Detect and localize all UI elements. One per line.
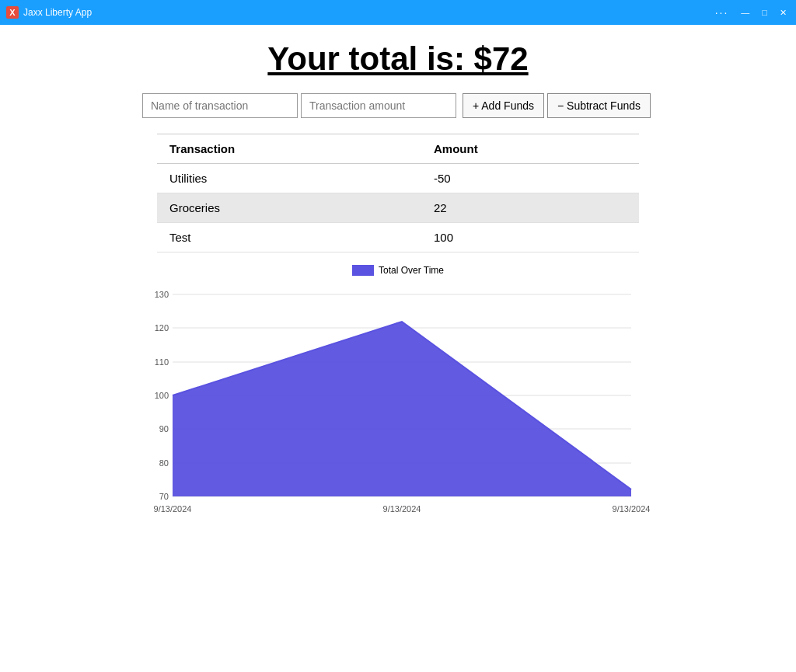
svg-text:9/13/2024: 9/13/2024 (383, 504, 421, 514)
transaction-amount-input[interactable] (301, 93, 456, 118)
transaction-cell: Utilities (157, 164, 421, 193)
amount-cell: -50 (421, 164, 639, 193)
col-header-amount: Amount (421, 134, 639, 164)
close-button[interactable]: ✕ (777, 6, 790, 19)
legend-color-box (352, 265, 374, 276)
title-bar: X Jaxx Liberty App ··· — □ ✕ (0, 0, 796, 25)
more-icon[interactable]: ··· (715, 6, 729, 19)
svg-text:100: 100 (155, 391, 169, 400)
chart-svg-wrapper: 130 120 110 100 90 80 70 9/13/2024 (141, 279, 655, 528)
svg-text:130: 130 (155, 290, 169, 299)
amount-cell: 22 (421, 193, 639, 223)
minimize-button[interactable]: — (738, 6, 752, 19)
chart-svg: 130 120 110 100 90 80 70 9/13/2024 (141, 279, 655, 528)
title-bar-title: Jaxx Liberty App (23, 7, 715, 18)
chart-container: Total Over Time 130 120 110 100 (141, 265, 655, 528)
svg-text:120: 120 (155, 323, 169, 333)
svg-text:80: 80 (159, 458, 169, 468)
svg-text:110: 110 (155, 357, 169, 367)
window-controls: ··· — □ ✕ (715, 6, 790, 19)
maximize-button[interactable]: □ (759, 6, 770, 19)
input-row: + Add Funds − Subtract Funds (23, 93, 773, 118)
svg-text:9/13/2024: 9/13/2024 (154, 504, 192, 514)
svg-text:70: 70 (159, 492, 169, 501)
table-row: Test100 (157, 223, 639, 252)
svg-text:9/13/2024: 9/13/2024 (613, 504, 651, 514)
transaction-cell: Test (157, 223, 421, 252)
transaction-name-input[interactable] (142, 93, 298, 118)
app-content: Your total is: $72 + Add Funds − Subtrac… (0, 25, 796, 672)
svg-marker-14 (173, 322, 631, 496)
add-funds-button[interactable]: + Add Funds (463, 93, 544, 118)
svg-text:90: 90 (159, 424, 169, 433)
amount-cell: 100 (421, 223, 639, 252)
app-icon: X (6, 6, 19, 19)
col-header-transaction: Transaction (157, 134, 421, 164)
table-row: Utilities-50 (157, 164, 639, 193)
chart-legend: Total Over Time (141, 265, 655, 276)
transaction-table: Transaction Amount Utilities-50Groceries… (157, 134, 639, 252)
transaction-cell: Groceries (157, 193, 421, 223)
legend-label: Total Over Time (379, 265, 444, 276)
total-heading: Your total is: $72 (23, 40, 773, 78)
subtract-funds-button[interactable]: − Subtract Funds (547, 93, 651, 118)
table-row: Groceries22 (157, 193, 639, 223)
